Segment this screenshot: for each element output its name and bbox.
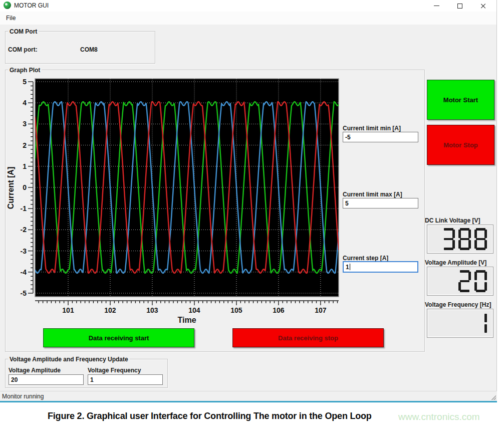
voltage-frequency-input-value: 1 xyxy=(90,376,94,383)
svg-text:-1: -1 xyxy=(21,204,27,212)
minimize-icon xyxy=(434,6,439,6)
data-receiving-start-button[interactable]: Data receiving start xyxy=(43,328,194,347)
voltage-amplitude-input[interactable]: 20 xyxy=(9,374,84,385)
window-title: MOTOR GUI xyxy=(14,2,49,9)
status-text: Monitor running xyxy=(2,393,44,400)
dc-link-voltage-value xyxy=(442,228,487,250)
dc-link-voltage-display xyxy=(427,225,493,254)
voltage-frequency-value xyxy=(474,312,487,334)
motor-stop-button[interactable]: Motor Stop xyxy=(427,125,494,165)
com-port-group-label: COM Port xyxy=(8,28,39,35)
app-window: MOTOR GUI File COM Port COM port: COM8 G… xyxy=(0,0,497,402)
svg-text:2: 2 xyxy=(23,141,27,149)
voltage-amplitude-display xyxy=(427,267,493,296)
menu-bar: File xyxy=(0,12,496,25)
voltage-update-group-label: Voltage Amplitude and Frequency Update xyxy=(8,356,130,363)
voltage-frequency-display xyxy=(427,309,493,338)
voltage-amplitude-input-value: 20 xyxy=(11,376,18,383)
svg-text:105: 105 xyxy=(230,306,242,314)
com-port-value: COM8 xyxy=(80,46,98,53)
svg-text:-4: -4 xyxy=(21,268,27,276)
figure-caption: Figure 2. Graphical user Interface for C… xyxy=(48,411,372,421)
minimize-button[interactable] xyxy=(428,0,445,12)
current-limit-min-value: -5 xyxy=(345,134,351,141)
maximize-button[interactable] xyxy=(451,0,468,12)
com-port-label: COM port: xyxy=(8,46,38,53)
watermark: www.cntronics.com xyxy=(398,411,480,422)
svg-text:0: 0 xyxy=(23,183,27,191)
close-button[interactable] xyxy=(475,0,492,12)
text-cursor xyxy=(350,264,350,270)
page: MOTOR GUI File COM Port COM port: COM8 G… xyxy=(0,0,504,425)
voltage-frequency-input[interactable]: 1 xyxy=(88,374,163,385)
svg-text:Time: Time xyxy=(177,316,196,324)
voltage-frequency-input-label: Voltage Frequency xyxy=(88,367,141,374)
graph-plot-group-label: Graph Plot xyxy=(8,67,42,74)
current-limit-max-value: 5 xyxy=(345,200,349,207)
voltage-amplitude-display-label: Voltage Amplitude [V] xyxy=(425,259,486,266)
data-receiving-stop-button[interactable]: Data receiving stop xyxy=(232,328,384,347)
svg-text:104: 104 xyxy=(188,306,200,314)
svg-text:102: 102 xyxy=(104,306,116,314)
motor-start-button[interactable]: Motor Start xyxy=(427,80,494,120)
svg-text:-5: -5 xyxy=(21,289,27,297)
svg-text:-3: -3 xyxy=(21,247,27,255)
resize-grip[interactable] xyxy=(489,393,496,400)
current-step-input[interactable]: 1 xyxy=(343,261,418,273)
svg-text:103: 103 xyxy=(146,306,158,314)
svg-text:1: 1 xyxy=(23,162,27,170)
current-step-value: 1 xyxy=(346,264,349,271)
svg-text:-2: -2 xyxy=(21,226,27,234)
dc-link-voltage-label: DC Link Voltage [V] xyxy=(425,217,480,224)
current-limit-min-label: Current limit min [A] xyxy=(343,125,401,132)
svg-text:3: 3 xyxy=(23,120,27,128)
svg-text:5: 5 xyxy=(23,78,27,86)
close-icon xyxy=(480,3,486,9)
chart-canvas: -5-4-3-2-1012345101102103104105106107Tim… xyxy=(20,74,346,325)
title-bar: MOTOR GUI xyxy=(0,0,496,12)
svg-text:101: 101 xyxy=(62,306,74,314)
current-step-label: Current step [A] xyxy=(343,255,388,262)
maximize-icon xyxy=(457,4,462,9)
current-limit-max-input[interactable]: 5 xyxy=(343,198,418,208)
voltage-frequency-display-label: Voltage Frequency [Hz] xyxy=(425,301,491,308)
status-bar: Monitor running xyxy=(0,391,497,401)
menu-file[interactable]: File xyxy=(4,14,18,22)
app-icon xyxy=(4,2,11,9)
current-limit-min-input[interactable]: -5 xyxy=(343,132,418,142)
current-limit-max-label: Current limit max [A] xyxy=(343,191,402,198)
svg-text:106: 106 xyxy=(273,306,285,314)
voltage-amplitude-input-label: Voltage Amplitude xyxy=(9,367,61,374)
window-bottom-border xyxy=(0,401,497,402)
svg-text:4: 4 xyxy=(23,99,27,107)
voltage-amplitude-value xyxy=(458,270,487,292)
svg-text:107: 107 xyxy=(315,306,327,314)
chart-y-axis-label: Current [A] xyxy=(7,150,17,226)
